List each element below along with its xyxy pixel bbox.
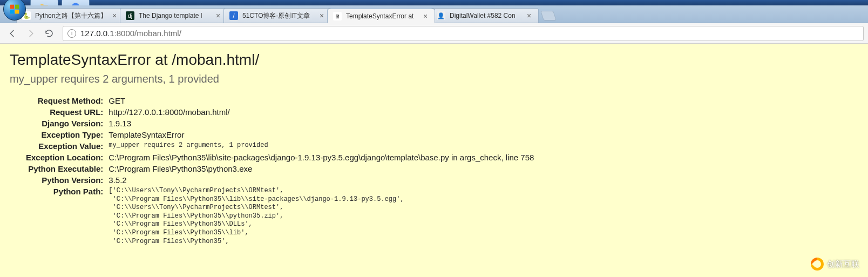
tab-close-icon[interactable]: × [318,12,326,19]
meta-row: Django Version:1.9.13 [26,118,534,129]
tab-title: Python之路【第十六篇】 [35,11,107,21]
reload-icon [44,29,54,38]
meta-label: Exception Value: [26,140,109,152]
tab-favicon-icon: / [229,11,238,20]
meta-value: C:\Program Files\Python35\python3.exe [109,163,534,174]
meta-value: http://127.0.0.1:8000/moban.html/ [109,106,534,118]
meta-label: Python Path: [26,186,109,247]
watermark-text: 创新互联 [827,259,859,269]
meta-row: Request Method:GET [26,95,534,106]
windows-logo-icon [9,4,20,15]
tab-favicon-icon: 🗎 [333,12,342,21]
os-titlebar [0,0,868,5]
meta-label: Request Method: [26,95,109,106]
error-meta-table: Request Method:GETRequest URL:http://127… [26,95,534,247]
meta-row: Python Executable:C:\Program Files\Pytho… [26,163,534,174]
tab-title: The Django template l [139,12,211,19]
url-port: :8000 [114,29,135,38]
tab-title: DigitalWallet #582 Con [450,12,522,19]
tab-title: 51CTO博客-原创IT文章 [242,11,315,21]
meta-row: Python Version:3.5.2 [26,174,534,186]
watermark-icon [811,258,824,271]
svg-rect-3 [15,10,19,14]
address-bar[interactable]: i 127.0.0.1:8000/moban.html/ [63,26,864,41]
meta-label: Exception Location: [26,152,109,163]
svg-rect-0 [10,5,15,9]
arrow-right-icon [26,29,36,38]
url-path: /moban.html/ [134,29,181,38]
meta-label: Exception Type: [26,129,109,140]
svg-rect-1 [15,5,19,9]
arrow-left-icon [8,29,17,38]
browser-tab[interactable]: 🐍Python之路【第十六篇】× [16,8,124,23]
browser-toolbar: i 127.0.0.1:8000/moban.html/ [0,23,868,44]
error-subheading: my_upper requires 2 arguments, 1 provide… [10,73,863,85]
forward-button[interactable] [23,25,39,42]
svg-rect-2 [10,10,15,14]
site-info-icon[interactable]: i [67,29,76,38]
meta-value: C:\Program Files\Python35\lib\site-packa… [109,152,534,163]
browser-tab[interactable]: /51CTO博客-原创IT文章× [223,8,331,23]
tab-favicon-icon: 👤 [437,11,445,20]
meta-label: Request URL: [26,106,109,118]
browser-tab[interactable]: 👤DigitalWallet #582 Con× [431,8,539,23]
browser-tab[interactable]: 🗎TemplateSyntaxError at× [327,9,435,23]
back-button[interactable] [4,25,21,42]
tab-close-icon[interactable]: × [214,12,222,19]
meta-label: Django Version: [26,118,109,129]
meta-label: Python Version: [26,174,109,186]
error-heading: TemplateSyntaxError at /moban.html/ [10,51,863,69]
watermark: 创新互联 [811,258,859,271]
new-tab-button[interactable] [540,11,557,21]
tab-title: TemplateSyntaxError at [346,12,418,20]
browser-tab[interactable]: djThe Django template l× [120,8,228,23]
browser-tab-strip: 🐍Python之路【第十六篇】×djThe Django template l×… [0,5,868,23]
meta-value: 3.5.2 [109,174,534,186]
meta-value: 1.9.13 [109,118,534,129]
meta-row: Request URL:http://127.0.0.1:8000/moban.… [26,106,534,118]
tab-favicon-icon: dj [126,11,134,20]
meta-row: Exception Type:TemplateSyntaxError [26,129,534,140]
tab-close-icon[interactable]: × [111,12,118,19]
meta-row: Python Path:['C:\\Users\\Tony\\PycharmPr… [26,186,534,247]
meta-value: GET [109,95,534,106]
meta-value: my_upper requires 2 arguments, 1 provide… [109,140,534,152]
django-error-page: TemplateSyntaxError at /moban.html/ my_u… [0,44,868,277]
meta-value: TemplateSyntaxError [109,129,534,140]
tab-close-icon[interactable]: × [422,12,429,20]
reload-button[interactable] [41,25,57,42]
meta-label: Python Executable: [26,163,109,174]
tab-close-icon[interactable]: × [525,12,533,19]
url-host: 127.0.0.1 [80,29,114,38]
meta-value: ['C:\\Users\\Tony\\PycharmProjects\\ORMt… [109,186,534,247]
meta-row: Exception Location:C:\Program Files\Pyth… [26,152,534,163]
meta-row: Exception Value:my_upper requires 2 argu… [26,140,534,152]
